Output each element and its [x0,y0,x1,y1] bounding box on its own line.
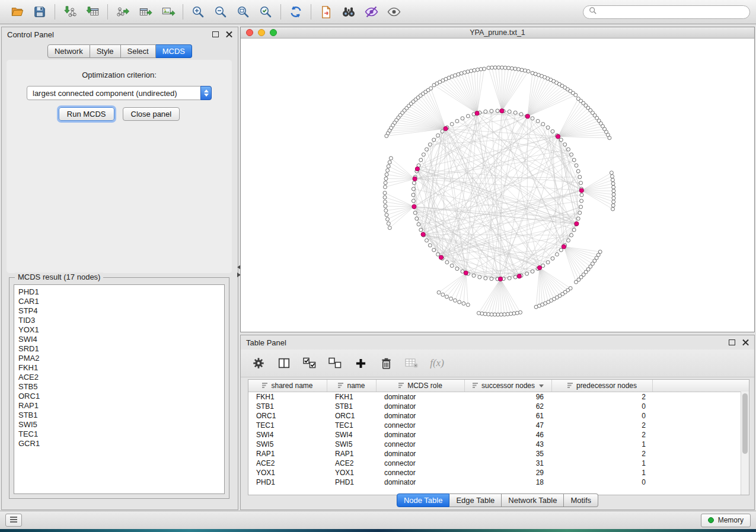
cell-mcds-role[interactable]: connector [377,469,465,477]
mcds-result-item[interactable]: ORC1 [18,392,224,401]
cell-mcds-role[interactable]: dominator [377,450,465,458]
mcds-result-item[interactable]: TEC1 [18,430,224,439]
mcds-result-item[interactable]: PMA2 [18,354,224,363]
mcds-result-list[interactable]: PHD1CAR1STP4TID3YOX1SWI4SRD1PMA2FKH1ACE2… [14,284,225,494]
tab-select[interactable]: Select [121,44,156,58]
cell-name[interactable]: RAP1 [327,450,377,458]
cell-name[interactable]: SWI4 [327,431,377,439]
cell-mcds-role[interactable]: connector [377,421,465,430]
cell-predecessor-nodes[interactable]: 1 [552,469,653,477]
cell-mcds-role[interactable]: dominator [377,402,465,411]
cell-shared-name[interactable]: STB1 [248,402,327,411]
close-panel-icon[interactable] [226,31,232,38]
cell-shared-name[interactable]: TEC1 [248,421,327,430]
cell-shared-name[interactable]: ORC1 [248,412,327,420]
close-table-panel-icon[interactable] [742,339,749,346]
column-header-MCDS-role[interactable]: MCDS role [377,380,465,392]
column-header-shared-name[interactable]: shared name [248,380,327,392]
tab-style[interactable]: Style [90,44,121,58]
show-details-icon[interactable] [382,3,405,21]
run-mcds-button[interactable]: Run MCDS [59,107,114,121]
cell-predecessor-nodes[interactable]: 1 [552,459,653,467]
import-network-icon[interactable] [59,3,81,21]
cell-predecessor-nodes[interactable]: 2 [552,421,653,430]
cell-shared-name[interactable]: PHD1 [248,478,327,486]
table-row[interactable]: SWI5SWI5connector431 [248,440,749,449]
cell-name[interactable]: ORC1 [327,412,377,420]
mcds-result-item[interactable]: SWI4 [18,335,224,344]
table-row[interactable]: YOX1YOX1connector291 [248,468,749,477]
cell-successor-nodes[interactable]: 29 [465,469,552,477]
cell-predecessor-nodes[interactable]: 0 [552,402,653,411]
search-box[interactable] [583,5,750,19]
export-image-icon[interactable] [157,3,179,21]
mcds-result-item[interactable]: ACE2 [18,373,224,382]
unselect-all-icon[interactable] [328,355,342,371]
mcds-result-item[interactable]: CAR1 [18,297,224,306]
cell-predecessor-nodes[interactable]: 2 [552,450,653,458]
network-graph[interactable] [241,38,754,332]
table-row[interactable]: PHD1PHD1dominator180 [248,477,749,487]
cell-mcds-role[interactable]: connector [377,459,465,467]
cell-mcds-role[interactable]: dominator [377,412,465,420]
mcds-result-item[interactable]: STB5 [18,382,224,392]
cell-successor-nodes[interactable]: 47 [465,421,552,430]
hide-details-icon[interactable] [360,3,382,21]
mcds-result-item[interactable]: STP4 [18,306,224,316]
select-all-icon[interactable] [302,355,317,371]
cell-name[interactable]: FKH1 [327,393,377,401]
search-input[interactable] [601,7,744,17]
cell-shared-name[interactable]: RAP1 [248,450,327,458]
import-table-icon[interactable] [81,3,104,21]
table-row[interactable]: RAP1RAP1dominator352 [248,449,749,459]
zoom-out-icon[interactable] [209,3,232,21]
memory-button[interactable]: Memory [701,514,751,527]
mcds-result-item[interactable]: SRD1 [18,344,224,354]
mcds-result-item[interactable]: FKH1 [18,363,224,373]
delete-row-icon[interactable] [379,355,393,371]
mcds-result-item[interactable]: STB1 [18,411,224,420]
cell-successor-nodes[interactable]: 31 [465,459,552,467]
cell-name[interactable]: SWI5 [327,440,377,448]
cell-shared-name[interactable]: ACE2 [248,459,327,467]
cell-predecessor-nodes[interactable]: 2 [552,431,653,439]
network-canvas[interactable] [241,38,754,332]
cell-shared-name[interactable]: SWI4 [248,431,327,439]
cell-successor-nodes[interactable]: 18 [465,478,552,486]
close-window-icon[interactable] [246,29,253,36]
export-network-icon[interactable] [111,3,134,21]
cell-successor-nodes[interactable]: 46 [465,431,552,439]
cell-shared-name[interactable]: YOX1 [248,469,327,477]
binoculars-icon[interactable] [337,3,360,21]
cell-successor-nodes[interactable]: 62 [465,402,552,411]
minimize-window-icon[interactable] [258,29,265,36]
save-icon[interactable] [28,3,51,21]
column-header-name[interactable]: name [327,380,377,392]
mcds-result-item[interactable]: RAP1 [18,401,224,411]
table-row[interactable]: FKH1FKH1dominator962 [248,392,749,402]
criterion-select[interactable]: largest connected component (undirected) [27,86,212,100]
cell-shared-name[interactable]: FKH1 [248,393,327,401]
tab-node-table[interactable]: Node Table [397,493,450,507]
table-row[interactable]: TEC1TEC1connector472 [248,421,749,430]
open-file-icon[interactable] [6,3,28,21]
tab-network[interactable]: Network [47,44,90,58]
table-scrollbar[interactable] [741,392,749,495]
maximize-window-icon[interactable] [270,29,277,36]
cell-shared-name[interactable]: SWI5 [248,440,327,448]
cell-name[interactable]: YOX1 [327,469,377,477]
cell-name[interactable]: ACE2 [327,459,377,467]
network-window-titlebar[interactable]: YPA_prune.txt_1 [241,27,754,39]
cell-mcds-role[interactable]: connector [377,440,465,448]
float-panel-icon[interactable] [212,31,219,37]
cell-name[interactable]: PHD1 [327,478,377,486]
float-table-panel-icon[interactable] [729,339,735,345]
cell-successor-nodes[interactable]: 35 [465,450,552,458]
tab-mcds[interactable]: MCDS [156,44,192,58]
zoom-selected-icon[interactable] [254,3,277,21]
mcds-result-item[interactable]: TID3 [18,316,224,325]
table-row[interactable]: ACE2ACE2connector311 [248,459,749,468]
table-row[interactable]: ORC1ORC1dominator610 [248,411,749,421]
cell-successor-nodes[interactable]: 96 [465,393,552,401]
cell-name[interactable]: STB1 [327,402,377,411]
